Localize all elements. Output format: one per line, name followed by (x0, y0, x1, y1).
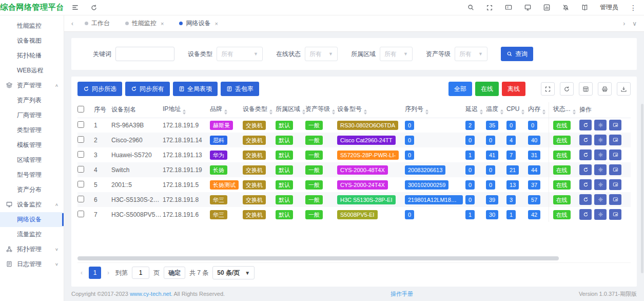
chart-icon[interactable] (543, 4, 551, 11)
next-page-icon[interactable]: › (105, 269, 111, 276)
sidebar-group-topology-mgmt[interactable]: 拓扑管理 ∨ (0, 242, 64, 257)
row-sync-button[interactable] (579, 194, 592, 205)
tabs-scroll-right-icon[interactable]: › (620, 20, 628, 27)
vertical-scrollbar[interactable] (641, 104, 643, 273)
col-brand[interactable]: 品牌 (210, 102, 243, 118)
tab-network-devices[interactable]: 网络设备 × (172, 15, 225, 31)
sort-icon[interactable] (269, 109, 272, 115)
close-icon[interactable]: × (161, 21, 164, 27)
sort-icon[interactable] (542, 109, 545, 115)
tabs-scroll-left-icon[interactable]: ‹ (68, 20, 76, 27)
row-checkbox[interactable] (77, 211, 84, 217)
row-checkbox[interactable] (77, 196, 84, 202)
keyword-input[interactable] (115, 47, 174, 61)
page-size-select[interactable]: 50 条/页 ▼ (212, 266, 255, 279)
search-icon[interactable] (467, 4, 475, 11)
filter-offline-button[interactable]: 离线 (502, 82, 525, 96)
col-serial[interactable]: 序列号 (405, 102, 465, 118)
more-icon[interactable]: ⋮ (630, 4, 637, 11)
site-link[interactable]: www.cy-tech.net. (130, 291, 172, 297)
col-model[interactable]: 设备型号 (337, 102, 405, 118)
sidebar-item-region-mgmt[interactable]: 区域管理 (0, 153, 64, 167)
online-status-select[interactable]: 所有▼ (305, 47, 338, 61)
sidebar-item-network-devices[interactable]: 网络设备 (0, 212, 64, 227)
sort-icon[interactable] (573, 109, 576, 115)
sync-all-button[interactable]: 同步所有 (125, 82, 170, 96)
refresh-table-button[interactable] (560, 82, 574, 96)
user-name[interactable]: 管理员 (600, 3, 618, 12)
print-button[interactable] (598, 82, 612, 96)
sidebar-item-traffic-monitor[interactable]: 流量监控 (0, 227, 64, 242)
collapse-menu-icon[interactable] (71, 4, 79, 11)
col-temp[interactable]: 温度 (486, 102, 506, 118)
fullscreen-icon[interactable] (486, 4, 493, 11)
row-sync-button[interactable] (579, 209, 592, 220)
row-sync-button[interactable] (579, 149, 592, 160)
sidebar-group-assets[interactable]: 资产管理 ∧ (0, 78, 64, 93)
col-delay[interactable]: 延迟 (465, 102, 486, 118)
col-status[interactable]: 状态... (549, 102, 579, 118)
asset-level-select[interactable]: 所有▼ (455, 47, 487, 61)
device-type-select[interactable]: 所有▼ (217, 47, 263, 61)
filter-online-button[interactable]: 在线 (475, 82, 499, 96)
fullscreen-table-button[interactable] (541, 82, 555, 96)
col-region[interactable]: 所属区域 (276, 102, 305, 118)
sort-icon[interactable] (332, 109, 335, 115)
export-button[interactable] (617, 82, 631, 96)
tabs-menu-icon[interactable]: ∨ (629, 20, 640, 27)
notification-muted-icon[interactable] (562, 4, 570, 11)
row-panel-button[interactable] (609, 179, 621, 190)
sidebar-item-vendor-mgmt[interactable]: 厂商管理 (0, 108, 64, 123)
sort-icon[interactable] (500, 109, 503, 115)
col-ip[interactable]: IP地址 (163, 102, 210, 118)
filter-all-button[interactable]: 全部 (448, 82, 472, 96)
packet-loss-button[interactable]: 丢包率 (221, 82, 259, 96)
sidebar-item-type-mgmt[interactable]: 类型管理 (0, 123, 64, 138)
sort-icon[interactable] (224, 109, 227, 115)
manual-book-icon[interactable] (581, 4, 589, 11)
row-panel-button[interactable] (609, 194, 621, 205)
row-settings-button[interactable] (594, 209, 607, 220)
select-all-checkbox[interactable] (77, 106, 84, 112)
tab-performance[interactable]: 性能监控 × (118, 15, 171, 31)
row-panel-button[interactable] (609, 209, 621, 220)
sidebar-item-asset-distribution[interactable]: 资产分布 (0, 182, 64, 197)
global-table-items-button[interactable]: 全局表项 (173, 82, 218, 96)
prev-page-icon[interactable]: ‹ (79, 269, 85, 276)
col-mem[interactable]: 内存 (528, 102, 549, 118)
row-checkbox[interactable] (77, 136, 84, 143)
refresh-icon[interactable] (90, 4, 97, 11)
sidebar-item-device-view[interactable]: 设备视图 (0, 33, 64, 48)
col-asset-level[interactable]: 资产等级 (305, 102, 337, 118)
sort-icon[interactable] (480, 109, 483, 115)
sort-icon[interactable] (425, 109, 428, 115)
row-checkbox[interactable] (77, 151, 84, 158)
sync-selected-button[interactable]: 同步所选 (77, 82, 122, 96)
row-sync-button[interactable] (579, 164, 592, 175)
sidebar-item-asset-list[interactable]: 资产列表 (0, 93, 64, 108)
sidebar-item-topology-carousel[interactable]: 拓扑轮播 (0, 48, 64, 63)
row-sync-button[interactable] (579, 120, 592, 130)
row-settings-button[interactable] (594, 149, 607, 160)
sidebar-group-log-mgmt[interactable]: 日志管理 ∨ (0, 257, 64, 272)
goto-confirm-button[interactable]: 确定 (164, 267, 185, 279)
row-sync-button[interactable] (579, 135, 592, 145)
column-settings-button[interactable] (579, 82, 593, 96)
sort-icon[interactable] (364, 109, 367, 115)
horizontal-scrollbar[interactable] (77, 256, 559, 260)
row-settings-button[interactable] (594, 135, 607, 145)
region-select[interactable]: 所有▼ (380, 47, 413, 61)
sidebar-item-model-mgmt[interactable]: 型号管理 (0, 167, 64, 182)
row-checkbox[interactable] (77, 121, 84, 128)
row-panel-button[interactable] (609, 164, 621, 175)
row-sync-button[interactable] (579, 179, 592, 190)
row-checkbox[interactable] (77, 181, 84, 187)
col-cpu[interactable]: CPU (506, 102, 528, 118)
col-device-type[interactable]: 设备类型 (243, 102, 276, 118)
sidebar-item-web-remote[interactable]: WEB远程 (0, 63, 64, 78)
manual-link[interactable]: 操作手册 (391, 290, 413, 298)
row-settings-button[interactable] (594, 179, 607, 190)
sidebar-item-performance[interactable]: 性能监控 (0, 18, 64, 33)
sort-icon[interactable] (183, 109, 186, 115)
page-number-button[interactable]: 1 (89, 267, 101, 279)
